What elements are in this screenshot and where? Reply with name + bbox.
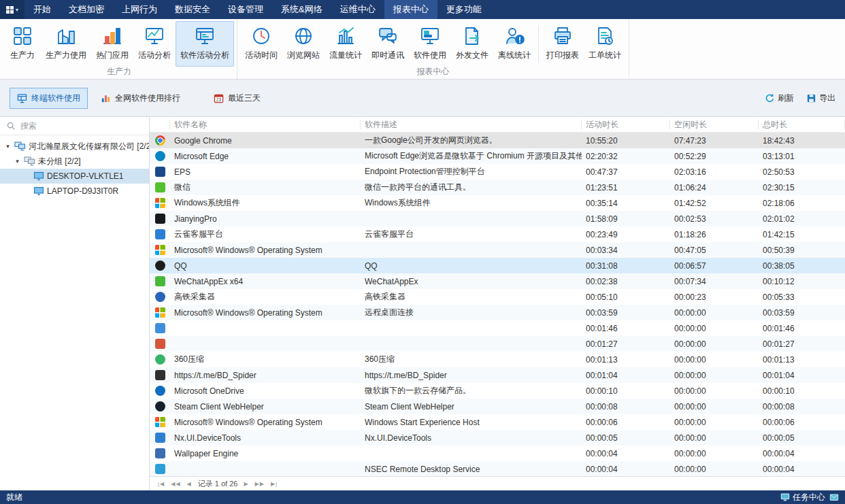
column-header-icon [150, 120, 170, 129]
cell-active: 00:00:06 [582, 418, 670, 427]
cell-total: 00:00:08 [759, 402, 845, 411]
cell-name: Microsoft® Windows® Operating System [170, 308, 361, 318]
table-panel: 软件名称 软件描述 活动时长 空闲时长 总时长 Google Chrome一款G… [150, 117, 845, 490]
table-row[interactable]: 微信微信一款跨平台的通讯工具。01:23:5101:06:2402:30:15 [150, 180, 845, 195]
cell-total: 03:13:01 [759, 152, 845, 161]
pager-next-fast-button[interactable]: ▶▶ [255, 481, 265, 487]
cell-name: WeChatAppEx x64 [170, 277, 361, 286]
ribbon-tool-printer[interactable]: 打印报表 [542, 21, 584, 67]
table-row[interactable]: EPSEndpoint Protection管理控制平台00:47:3702:0… [150, 164, 845, 180]
pager-prev-button[interactable]: ◀ [187, 481, 192, 487]
cell-name: Nx.UI.DeviceTools [170, 433, 361, 443]
menu-item-4[interactable]: 设备管理 [219, 0, 272, 19]
column-header-desc[interactable]: 软件描述 [361, 120, 582, 129]
column-header-name[interactable]: 软件名称 [170, 120, 361, 129]
app-icon-cell [150, 167, 170, 177]
table-row[interactable]: 高铁采集器高铁采集器00:05:1000:00:2300:05:33 [150, 289, 845, 305]
menu-item-6[interactable]: 运维中心 [331, 0, 384, 19]
cell-desc: Windows系统组件 [361, 197, 582, 209]
table-row[interactable]: Microsoft® Windows® Operating System远程桌面… [150, 305, 845, 320]
monitor-icon [780, 492, 790, 502]
table-row[interactable]: Google Chrome一款Google公司开发的网页浏览器。10:55:20… [150, 133, 845, 148]
message-icon[interactable] [829, 492, 839, 502]
network-icon [14, 141, 26, 152]
app-icon-cell [150, 135, 170, 146]
cell-idle: 00:00:00 [670, 433, 759, 443]
menu-item-0[interactable]: 开始 [24, 0, 60, 19]
expander-icon[interactable]: ▾ [14, 158, 21, 165]
ribbon-tool-worksheet[interactable]: 工单统计 [584, 21, 626, 67]
table-row[interactable]: NSEC Remote Desktop Service00:00:0400:00… [150, 461, 845, 476]
ribbon-tool-clock[interactable]: 活动时间 [240, 21, 282, 67]
menu-item-5[interactable]: 系统&网络 [272, 0, 331, 19]
menu-item-2[interactable]: 上网行为 [113, 0, 166, 19]
menu-item-7[interactable]: 报表中心 [384, 0, 437, 19]
column-header-active[interactable]: 活动时长 [582, 120, 670, 129]
table-row[interactable]: Steam Client WebHelperSteam Client WebHe… [150, 399, 845, 414]
pager-prev-fast-button[interactable]: ◀◀ [171, 481, 180, 487]
ribbon-tool-productivity-grid[interactable]: 生产力 [4, 21, 41, 67]
ribbon-tool-chat[interactable]: 即时通讯 [367, 21, 409, 67]
search-box[interactable]: 搜索 [0, 117, 149, 135]
table-row[interactable]: 云雀客服平台云雀客服平台00:23:4901:18:2601:42:15 [150, 226, 845, 242]
tree-node-label: 未分组 [2/2] [38, 156, 81, 167]
ribbon-tool-label: 打印报表 [546, 50, 579, 61]
expander-icon[interactable]: ▾ [4, 143, 12, 150]
tab-network-software-ranking[interactable]: 全网软件使用排行 [93, 88, 188, 109]
table-row[interactable]: Microsoft OneDrive微软旗下的一款云存储产品。00:00:100… [150, 383, 845, 399]
app-icon-cell [150, 417, 170, 427]
pager-next-button[interactable]: ▶ [244, 481, 248, 487]
cell-desc: Endpoint Protection管理控制平台 [361, 166, 582, 178]
ribbon-tool-activity-analysis[interactable]: 活动分析 [133, 21, 176, 67]
ribbon-tool-traffic-stats[interactable]: 流量统计 [325, 21, 367, 67]
menu-item-8[interactable]: 更多功能 [437, 0, 491, 19]
export-button[interactable]: 导出 [806, 93, 835, 104]
tab-terminal-software-usage[interactable]: 终端软件使用 [10, 88, 88, 109]
tree-node-ungrouped[interactable]: ▾未分组 [2/2] [0, 154, 149, 169]
table-row[interactable]: Nx.UI.DeviceToolsNx.UI.DeviceTools00:00:… [150, 430, 845, 446]
table-row[interactable]: Microsoft EdgeMicrosoft Edge浏览器是微软基于 Chr… [150, 148, 845, 164]
ribbon-tool-hot-apps[interactable]: 热门应用 [91, 21, 133, 67]
table-row[interactable]: Wallpaper Engine00:00:0400:00:0000:00:04 [150, 446, 845, 461]
table-row[interactable]: Windows系统组件Windows系统组件00:35:1401:42:5202… [150, 195, 845, 211]
table-row[interactable]: WeChatAppEx x64WeChatAppEx00:02:3800:07:… [150, 273, 845, 289]
table-row[interactable]: JianyingPro01:58:0900:02:5302:01:02 [150, 211, 845, 226]
table-row[interactable]: https://t.me/BD_Spiderhttps://t.me/BD_Sp… [150, 367, 845, 383]
ribbon-group-1: 活动时间浏览网站流量统计即时通讯软件使用外发文件离线统计打印报表工单统计报表中心 [237, 19, 629, 79]
ribbon-tool-software-activity[interactable]: 软件活动分析 [176, 21, 234, 67]
cell-name: 高铁采集器 [170, 291, 361, 303]
chevron-down-icon [16, 7, 18, 13]
date-filter-button[interactable]: 23 最近三天 [214, 93, 261, 104]
table-row[interactable]: Microsoft® Windows® Operating System00:0… [150, 242, 845, 258]
column-header-total[interactable]: 总时长 [759, 120, 845, 129]
ribbon: 生产力生产力使用热门应用活动分析软件活动分析生产力活动时间浏览网站流量统计即时通… [0, 19, 845, 80]
app-icon-cell [150, 151, 170, 161]
ribbon-tool-productivity-usage[interactable]: 生产力使用 [41, 21, 91, 67]
ribbon-tool-file-send[interactable]: 外发文件 [451, 21, 493, 67]
table-row[interactable]: 360压缩360压缩00:01:1300:00:0000:01:13 [150, 352, 845, 367]
pager-last-button[interactable]: ▶| [271, 481, 278, 487]
task-center-button[interactable]: 任务中心 [780, 492, 825, 503]
ribbon-tool-globe[interactable]: 浏览网站 [282, 21, 325, 67]
app-menu-button[interactable] [0, 0, 24, 19]
table-row[interactable]: 00:01:2700:00:0000:01:27 [150, 336, 845, 352]
traffic-stats-icon [335, 24, 356, 48]
tree-node-company[interactable]: ▾河北瀚星辰文化传媒有限公司 [2/2] [0, 139, 149, 154]
menu-item-1[interactable]: 文档加密 [60, 0, 113, 19]
cell-idle: 01:06:24 [670, 183, 759, 192]
table-row[interactable]: QQQQ00:31:0800:06:5700:38:05 [150, 258, 845, 273]
clock-icon [251, 24, 271, 48]
ribbon-tool-offline-stats[interactable]: 离线统计 [493, 21, 535, 67]
menu-item-3[interactable]: 数据安全 [166, 0, 219, 19]
table-row[interactable]: 00:01:4600:00:0000:01:46 [150, 320, 845, 336]
pager-first-button[interactable]: |◀ [158, 481, 165, 487]
tree-node-laptop-d9j3it0r[interactable]: LAPTOP-D9J3IT0R [0, 184, 149, 199]
cell-name: Wallpaper Engine [170, 449, 361, 458]
column-header-idle[interactable]: 空闲时长 [670, 120, 759, 129]
cell-idle: 00:52:29 [670, 152, 759, 161]
tree-node-desktop-vlktle1[interactable]: DESKTOP-VLKTLE1 [0, 169, 149, 184]
ribbon-tool-software-usage[interactable]: 软件使用 [409, 21, 451, 67]
table-row[interactable]: Microsoft® Windows® Operating SystemWind… [150, 414, 845, 430]
yunque-icon [155, 229, 165, 239]
refresh-button[interactable]: 刷新 [765, 93, 794, 104]
